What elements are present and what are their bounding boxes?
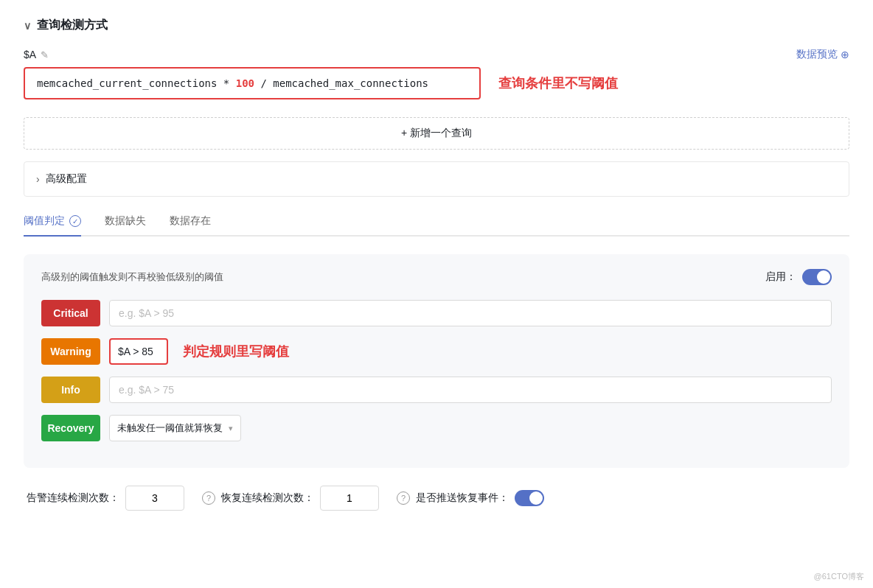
external-link-icon: ⊕ <box>841 49 849 60</box>
warning-input[interactable] <box>109 338 168 365</box>
recovery-dropdown-value: 未触发任一阈值就算恢复 <box>117 421 223 435</box>
query-label-left: $A ✎ <box>24 49 49 60</box>
threshold-header: 高级别的阈值触发则不再校验低级别的阈值 启用： <box>41 269 832 285</box>
help-icon-2[interactable]: ? <box>397 491 410 505</box>
push-recovery-label: 是否推送恢复事件： <box>416 491 509 505</box>
enable-row: 启用： <box>765 269 832 285</box>
watermark: @61CTO博客 <box>814 571 864 582</box>
enable-label: 启用： <box>765 270 796 284</box>
tab-missing[interactable]: 数据缺失 <box>105 214 146 237</box>
edit-icon[interactable]: ✎ <box>41 49 49 60</box>
query-expr-after: / memcached_max_connections <box>254 77 428 89</box>
info-input[interactable] <box>109 377 832 403</box>
data-preview-label: 数据预览 <box>796 48 838 61</box>
threshold-row-info: Info <box>41 377 832 403</box>
alert-consecutive-label: 告警连续检测次数： <box>27 491 119 505</box>
chevron-right-icon: › <box>36 173 40 185</box>
severity-badge-critical: Critical <box>41 300 100 326</box>
tab-threshold[interactable]: 阈值判定 ✓ <box>24 214 81 237</box>
section-title: 查询检测方式 <box>37 18 108 33</box>
query-input-box[interactable]: memcached_current_connections * 100 / me… <box>24 67 481 99</box>
query-label-row: $A ✎ 数据预览 ⊕ <box>24 48 849 61</box>
severity-badge-warning: Warning <box>41 338 100 365</box>
tab-check-icon: ✓ <box>69 215 81 227</box>
severity-badge-recovery: Recovery <box>41 415 100 441</box>
data-preview-link[interactable]: 数据预览 ⊕ <box>796 48 849 61</box>
recovery-label: Recovery <box>47 422 94 434</box>
threshold-row-critical: Critical <box>41 300 832 326</box>
threshold-row-recovery: Recovery 未触发任一阈值就算恢复 ▾ <box>41 415 832 441</box>
threshold-section: 高级别的阈值触发则不再校验低级别的阈值 启用： Critical Warning… <box>24 254 849 468</box>
threshold-header-text: 高级别的阈值触发则不再校验低级别的阈值 <box>41 270 223 284</box>
page-wrapper: ∨ 查询检测方式 $A ✎ 数据预览 ⊕ memcached_current_c… <box>0 0 873 588</box>
chevron-down-icon: ∨ <box>24 20 31 32</box>
severity-badge-info: Info <box>41 377 100 403</box>
recovery-dropdown[interactable]: 未触发任一阈值就算恢复 ▾ <box>109 415 241 441</box>
warning-annotation: 判定规则里写阈值 <box>183 343 289 360</box>
push-recovery-item: ? 是否推送恢复事件： <box>397 490 544 506</box>
alert-consecutive-item: 告警连续检测次数： <box>27 486 184 511</box>
alert-consecutive-input[interactable] <box>125 486 184 511</box>
recovery-consecutive-input[interactable] <box>320 486 379 511</box>
info-label: Info <box>61 384 80 396</box>
advanced-config-panel[interactable]: › 高级配置 <box>24 161 849 197</box>
advanced-config-label: 高级配置 <box>46 172 87 186</box>
critical-label: Critical <box>53 307 88 319</box>
enable-toggle[interactable] <box>802 269 832 285</box>
recovery-consecutive-item: ? 恢复连续检测次数： <box>202 486 379 511</box>
push-recovery-toggle[interactable] <box>515 490 544 506</box>
section-header: ∨ 查询检测方式 <box>24 18 849 33</box>
tab-exists[interactable]: 数据存在 <box>170 214 211 237</box>
help-icon-1[interactable]: ? <box>202 491 215 505</box>
bottom-config-row: 告警连续检测次数： ? 恢复连续检测次数： ? 是否推送恢复事件： <box>24 486 849 511</box>
dropdown-arrow-icon: ▾ <box>229 424 233 433</box>
add-query-button[interactable]: + 新增一个查询 <box>24 117 849 150</box>
warning-label: Warning <box>50 346 91 357</box>
query-expr-highlight: 100 <box>236 77 254 89</box>
critical-input[interactable] <box>109 300 832 326</box>
query-label: $A <box>24 49 36 60</box>
threshold-row-warning: Warning 判定规则里写阈值 <box>41 338 832 365</box>
add-query-label: + 新增一个查询 <box>401 127 472 139</box>
query-row: memcached_current_connections * 100 / me… <box>24 67 849 99</box>
tab-threshold-label: 阈值判定 <box>24 214 65 228</box>
query-annotation: 查询条件里不写阈值 <box>498 74 618 92</box>
query-expr-before: memcached_current_connections * <box>37 77 236 89</box>
recovery-consecutive-label: 恢复连续检测次数： <box>221 491 314 505</box>
tab-missing-label: 数据缺失 <box>105 214 146 228</box>
tab-exists-label: 数据存在 <box>170 214 211 228</box>
tabs-row: 阈值判定 ✓ 数据缺失 数据存在 <box>24 214 849 237</box>
